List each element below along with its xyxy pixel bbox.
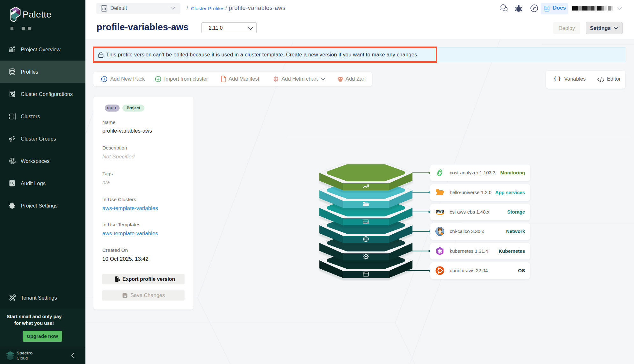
- svg-text:aws: aws: [436, 208, 444, 214]
